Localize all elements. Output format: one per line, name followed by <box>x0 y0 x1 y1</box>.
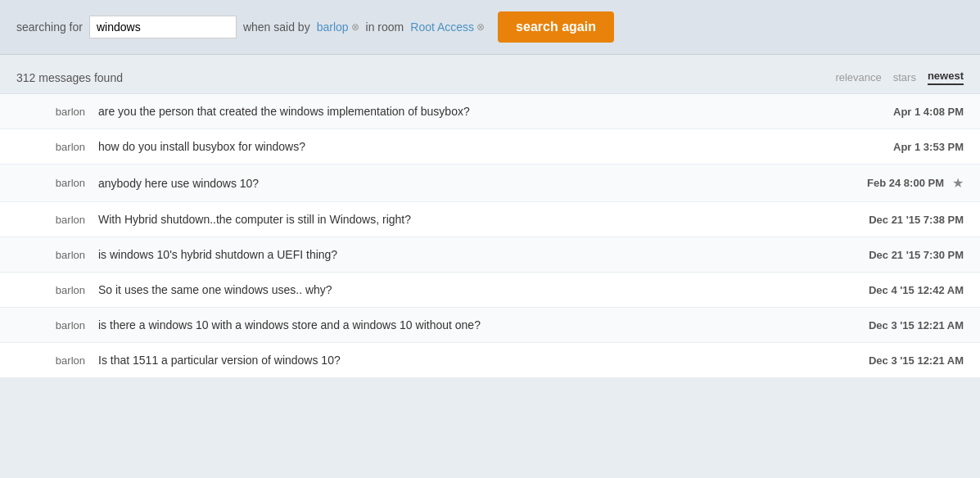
message-author: barlon <box>16 141 98 153</box>
message-time: Dec 3 '15 12:21 AM <box>833 319 964 331</box>
message-author: barlon <box>16 214 98 226</box>
message-author: barlon <box>16 106 98 118</box>
table-row: barlon is there a windows 10 with a wind… <box>0 308 980 343</box>
message-text: With Hybrid shutdown..the computer is st… <box>98 213 833 226</box>
sort-options: relevance stars newest <box>835 70 964 85</box>
when-said-by-label: when said by <box>243 20 310 34</box>
message-text: So it uses the same one windows uses.. w… <box>98 283 833 296</box>
sort-newest[interactable]: newest <box>928 70 964 85</box>
message-time: Dec 21 '15 7:38 PM <box>833 214 964 226</box>
message-text: how do you install busybox for windows? <box>98 140 833 153</box>
results-count: 312 messages found <box>16 71 123 84</box>
messages-list: barlon are you the person that created t… <box>0 94 980 378</box>
message-text: is windows 10's hybrid shutdown a UEFI t… <box>98 248 833 261</box>
search-again-button[interactable]: search again <box>498 11 614 43</box>
table-row: barlon is windows 10's hybrid shutdown a… <box>0 237 980 273</box>
user-filter-tag: barlop⊗ <box>317 20 359 34</box>
message-author: barlon <box>16 354 98 367</box>
user-filter-close[interactable]: ⊗ <box>351 22 359 32</box>
table-row: barlon anybody here use windows 10? Feb … <box>0 165 980 202</box>
sort-relevance[interactable]: relevance <box>835 71 881 83</box>
message-author: barlon <box>16 249 98 261</box>
table-row: barlon So it uses the same one windows u… <box>0 273 980 308</box>
searching-for-label: searching for <box>16 20 83 34</box>
message-time: Dec 4 '15 12:42 AM <box>833 284 964 296</box>
table-row: barlon Is that 1511 a particular version… <box>0 343 980 378</box>
message-text: anybody here use windows 10? <box>98 177 813 190</box>
message-time: Apr 1 4:08 PM <box>833 106 964 118</box>
message-time: Dec 3 '15 12:21 AM <box>833 354 964 367</box>
room-filter-value: Root Access <box>410 20 474 34</box>
message-text: Is that 1511 a particular version of win… <box>98 354 833 367</box>
table-row: barlon are you the person that created t… <box>0 94 980 129</box>
message-author: barlon <box>16 284 98 296</box>
in-room-label: in room <box>366 20 404 34</box>
star-icon[interactable]: ★ <box>952 175 964 191</box>
message-text: is there a windows 10 with a windows sto… <box>98 318 833 331</box>
message-author: barlon <box>16 319 98 331</box>
results-header: 312 messages found relevance stars newes… <box>0 55 980 93</box>
message-text: are you the person that created the wind… <box>98 105 833 118</box>
search-input[interactable] <box>89 16 237 38</box>
user-filter-value: barlop <box>317 20 349 34</box>
message-author: barlon <box>16 177 98 189</box>
sort-stars[interactable]: stars <box>893 71 916 83</box>
table-row: barlon With Hybrid shutdown..the compute… <box>0 202 980 237</box>
message-time: Feb 24 8:00 PM <box>813 177 944 189</box>
message-time: Dec 21 '15 7:30 PM <box>833 249 964 261</box>
table-row: barlon how do you install busybox for wi… <box>0 129 980 165</box>
message-time: Apr 1 3:53 PM <box>833 141 964 153</box>
search-bar: searching for when said by barlop⊗ in ro… <box>0 0 980 55</box>
room-filter-tag: Root Access⊗ <box>410 20 485 34</box>
room-filter-close[interactable]: ⊗ <box>476 22 485 32</box>
